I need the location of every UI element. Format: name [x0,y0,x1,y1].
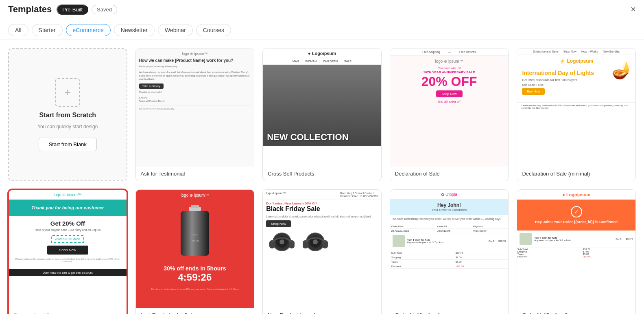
decl-celebrate: Celebrate with us! [390,67,509,70]
tab-newsletter[interactable]: Newsletter [114,24,155,36]
order2-totals-table: Sub-Total$59.76 Shipping$7.00 Taxes$5.00… [517,248,635,258]
newprod-main-title: Black Friday Sale [266,205,378,213]
scratch-title: Start from Scratch [39,112,96,119]
cross-sell-label: Cross Sell Products [263,167,381,181]
ask-body1: We hope you're having a lovely day. [139,65,251,68]
saved-tab-button[interactable]: Saved [92,5,117,14]
ask-survey-btn: Take a Survey [139,83,164,89]
order1-totals-table: Sub-Total$59.76 Shipping$7.00 Taxes$5.00… [390,251,509,269]
reminder-perfume-area: DIOR PARFUM [136,201,254,262]
newprod-shop-btn: Shop Now [266,220,291,227]
order1-confirmed: Your Order is Confirmed [393,208,505,212]
start-blank-button[interactable]: Start from Blank [39,138,97,151]
template-card-order-notification-1[interactable]: ✿ Utopia Hey John! Your Order is Confirm… [390,189,509,314]
template-card-declaration-sale-minimal[interactable]: Subscribe and Save Shop Now How it Works… [517,48,636,181]
ask-headline: How we can make [Product Name] work for … [139,58,251,63]
order1-product-qty: Qty 1 [489,240,494,242]
svg-point-14 [313,239,318,244]
order2-product-image [520,233,532,245]
new-product-launch-preview: logo ⊕ ipsum™ Need Help? Contact Contact… [263,190,381,308]
coupon-code: AWESOM W20 [51,235,84,243]
declaration-sale-preview: Free Shipping — Free Returns logo ⊕ ipsu… [390,48,509,167]
close-button[interactable]: × [631,5,636,14]
template-card-personalised-coupon[interactable]: logo ⊕ ipsum™ Thank you for being our cu… [8,189,127,314]
template-card-order-notification-2[interactable]: ● Logoipsum ✓ Hey John! Your Order {{ord… [517,189,636,314]
decl-topbar: Free Shipping — Free Returns [390,48,509,56]
declaration-sale-minimal-label: Declaration of Sale (minimal) [517,167,635,181]
decl-min-nav: Subscribe and Save Shop Now How it Works… [517,48,635,55]
order2-product-row: Tom T-shirt for Kids A green color piece… [517,231,635,248]
scratch-icon: + [55,78,80,107]
decl-min-footer: Celebrate the long weekend with 35% off … [517,102,635,111]
scratch-subtitle: You can quickly start design [37,124,98,130]
scratch-preview: + Start from Scratch You can quickly sta… [9,49,127,180]
order1-hey: Hey John! [393,202,505,208]
order1-product-image [393,235,405,247]
scratch-card[interactable]: + Start from Scratch You can quickly sta… [8,48,127,181]
table-row: Taxes$5.00 [390,260,509,264]
coupon-footer-bar: Don't miss this sale to get best discoun… [9,269,127,276]
newprod-headphones-row [263,229,381,261]
newprod-help-link: Contact [365,192,373,195]
ask-footer: We hope you're having a lovely day. [139,105,251,110]
headphones-2-icon [299,231,331,259]
reminder-text-area: 30% off ends in 5hours 4:59:26 [136,262,254,286]
table-row: Discount-$13.00 [390,264,509,269]
order2-product-qty: Qty 1 [616,238,621,240]
template-card-new-product-launch[interactable]: logo ⊕ ipsum™ Need Help? Contact Contact… [262,189,382,314]
tab-starter[interactable]: Starter [32,24,63,36]
order2-product-sub: A green color piece for 3-7 yr kids [534,239,570,242]
order1-info-table: Order Date Order ID Payment 29 August, 2… [390,224,509,233]
cross-hero-text: NEW COLLECTION [267,132,348,142]
order1-product-row: Tom T-shirt for Kids A green color piece… [390,233,509,249]
order1-product-info: Tom T-shirt for Kids A green color piece… [407,239,443,244]
table-row: Discount-$13.00 [517,255,635,258]
perfume-bottle-icon: DIOR PARFUM [177,205,213,258]
template-card-ask-testimonial[interactable]: logo ⊕ ipsum™ How we can make [Product N… [135,48,255,181]
template-card-last-reminder[interactable]: logo ⊕ ipsum™ [135,189,255,314]
svg-rect-1 [191,205,199,208]
decl-logo: logo ⊕ ipsum™ [390,56,509,67]
coupon-shop-btn: Shop Now [47,246,89,255]
prebuilt-tab-button[interactable]: Pre-Built [57,4,88,15]
tab-ecommerce[interactable]: eCommerce [66,24,111,36]
tab-all[interactable]: All [8,24,28,36]
coupon-body: Get 20% Off Here is your coupon code - B… [9,216,127,269]
tab-webinar[interactable]: Webinar [158,24,193,36]
header: Templates Pre-Built Saved × [0,0,644,19]
cross-nav: MAN WOMAN CHILDREN SALE [263,58,381,65]
newprod-header: logo ⊕ ipsum™ Need Help? Contact Contact… [263,190,381,200]
decl-anniversary: 10TH YEAR ANNIVERSARY SALE [390,70,509,74]
order1-product-price: $60.76 [498,240,506,242]
order1-logo: ✿ Utopia [390,190,509,199]
order1-banner: Hey John! Your Order is Confirmed [390,199,509,215]
declaration-sale-minimal-preview: Subscribe and Save Shop Now How it Works… [517,48,635,167]
coupon-banner: Thank you for being our customer [9,200,127,216]
coupon-desc: Here is your coupon code - But hurry and… [13,228,122,231]
tab-bar: All Starter eCommerce Newsletter Webinar… [0,19,644,40]
ask-testimonial-label: Ask for Testimonial [136,167,254,181]
order1-product-sub: A green color piece for 3-7 yr kids [407,241,443,244]
template-card-cross-sell[interactable]: ● Logoipsum MAN WOMAN CHILDREN SALE NEW … [262,48,382,181]
table-row: Order Date Order ID Payment [390,224,509,229]
order1-body-text: We have successfully received your order… [390,215,509,223]
ask-body2: We have chosen as one of a small list of… [139,70,251,81]
table-row: 29 August, 2023 ABC012345 VISA-0765Y [390,229,509,233]
template-card-declaration-sale[interactable]: Free Shipping — Free Returns logo ⊕ ipsu… [390,48,509,181]
order2-product-info: Tom T-shirt for Kids A green color piece… [534,237,570,242]
headphones-1-icon [266,231,298,259]
order-notification-1-preview: ✿ Utopia Hey John! Your Order is Confirm… [390,190,509,308]
order-notification-1-label: Order Notification 1 [390,308,509,314]
coupon-fine: Please redeem this coupon code on any pr… [13,258,122,263]
svg-text:PARFUM: PARFUM [191,239,199,242]
cross-hero: NEW COLLECTION [263,65,381,146]
svg-text:DIOR: DIOR [191,233,198,236]
templates-grid: + Start from Scratch You can quickly sta… [0,40,644,314]
cross-sell-preview: ● Logoipsum MAN WOMAN CHILDREN SALE NEW … [263,48,381,167]
newprod-desc: Lorem ipsum dolor sit amet, consectetur … [263,215,381,218]
tab-courses[interactable]: Courses [196,24,231,36]
coupon-logo: logo ⊕ ipsum™ [9,190,127,200]
cross-logo: ● Logoipsum [263,48,381,58]
last-reminder-label: Last Reminder for Sale [136,308,254,314]
reminder-logo: logo ⊕ ipsum™ [136,190,254,201]
